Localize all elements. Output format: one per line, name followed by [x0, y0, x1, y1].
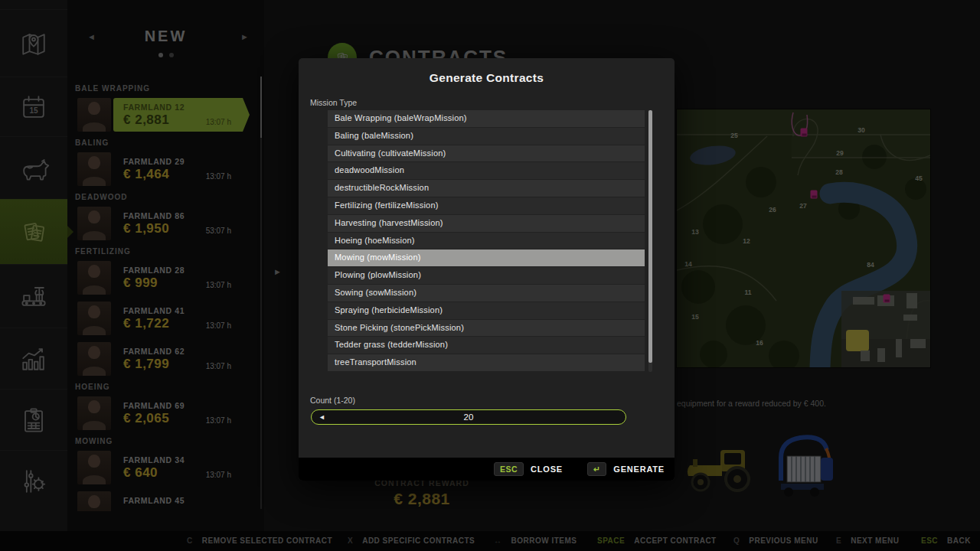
- mission-option[interactable]: Tedder grass (tedderMission): [328, 337, 645, 354]
- mission-option[interactable]: treeTransportMission: [328, 354, 645, 371]
- mission-option[interactable]: Spraying (herbicideMission): [328, 302, 645, 319]
- mission-scrollbar-thumb[interactable]: [648, 110, 652, 363]
- mission-option[interactable]: Stone Picking (stonePickMission): [328, 320, 645, 337]
- modal-footer: ESC CLOSE ↵ GENERATE: [299, 458, 675, 481]
- mission-option[interactable]: Mowing (mowMission): [328, 249, 645, 266]
- mission-option[interactable]: Cultivating (cultivateMission): [328, 145, 645, 162]
- enter-key-icon: ↵: [587, 462, 606, 476]
- mission-option[interactable]: Sowing (sowMission): [328, 285, 645, 302]
- generate-button[interactable]: GENERATE: [613, 465, 665, 474]
- mission-type-label: Mission Type: [310, 98, 357, 107]
- generate-contracts-modal: Generate Contracts Mission Type Bale Wra…: [299, 58, 675, 481]
- slider-decrease-arrow[interactable]: ◄: [318, 413, 325, 421]
- close-button[interactable]: CLOSE: [531, 465, 563, 474]
- mission-option[interactable]: Harvesting (harvestMission): [328, 215, 645, 232]
- mission-option[interactable]: destructibleRockMission: [328, 180, 645, 197]
- mission-option[interactable]: Baling (baleMission): [328, 128, 645, 145]
- mission-list-scrollbar[interactable]: [648, 110, 652, 372]
- mission-type-list: Bale Wrapping (baleWrapMission)Baling (b…: [328, 110, 652, 372]
- mission-option[interactable]: Bale Wrapping (baleWrapMission): [328, 110, 645, 127]
- mission-option[interactable]: Plowing (plowMission): [328, 267, 645, 284]
- esc-key-badge: ESC: [494, 462, 524, 476]
- count-value: 20: [312, 412, 626, 422]
- mission-option[interactable]: Fertilizing (fertilizeMission): [328, 197, 645, 214]
- count-slider[interactable]: ◄ 20: [311, 409, 626, 425]
- game-screen: 15: [0, 0, 980, 551]
- count-label: Count (1-20): [310, 396, 355, 405]
- mission-option[interactable]: deadwoodMission: [328, 162, 645, 179]
- modal-title: Generate Contracts: [299, 71, 675, 85]
- mission-option[interactable]: Hoeing (hoeMission): [328, 233, 645, 249]
